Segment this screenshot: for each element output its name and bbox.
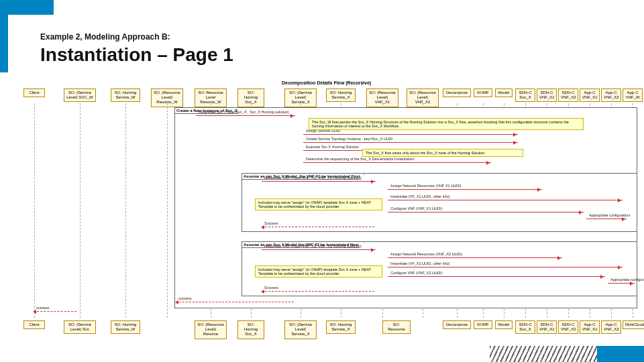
lifeline bbox=[167, 103, 168, 318]
message-label: Assign Network Resources (VNF_X2 UUID) bbox=[390, 252, 462, 256]
participant-sdnc_x1: SDN-C VNF_X1 bbox=[537, 88, 557, 102]
participant-bottom: SO: (Resource Level) Resorce bbox=[195, 320, 227, 339]
lifeline bbox=[80, 103, 80, 318]
message-arrow bbox=[388, 189, 542, 190]
message-arrow bbox=[262, 227, 374, 227]
message-arrow bbox=[262, 249, 376, 250]
participant-sdnc_x2: SDN-C VNF_X2 bbox=[558, 88, 578, 102]
message-arrow bbox=[303, 134, 518, 135]
participant-bottom: SDN-C VNF_X1 bbox=[537, 320, 557, 334]
page-title: Instantiation – Page 1 bbox=[40, 44, 233, 66]
message-arrow bbox=[262, 181, 376, 182]
slide-header: Example 2, Modeling Approach B: Instanti… bbox=[40, 32, 233, 66]
participant-bottom: App-C VNF_X2 bbox=[601, 320, 621, 334]
participant-bottom: SO: Homing Svc_X bbox=[237, 320, 264, 339]
diagram-title: Decomposition Details Flow (Recursive) bbox=[282, 80, 371, 85]
message-arrow bbox=[388, 257, 562, 258]
message-label: Instantiate (VF_X2.UUID, other info) bbox=[390, 261, 449, 265]
message-arrow bbox=[303, 142, 518, 143]
participant-bottom: MultiCloud bbox=[623, 320, 644, 329]
diagram-note: The Svc_W flow parses the Svc_X Homing S… bbox=[309, 118, 584, 130]
accent-top-bar bbox=[0, 0, 54, 15]
message-label: Assign Network Resources (VNF X1 UUID) bbox=[390, 184, 461, 188]
message-label: Instantiate (VF_X1.UUID, other info) bbox=[390, 194, 449, 198]
message-arrow bbox=[388, 212, 584, 213]
subtitle: Example 2, Modeling Approach B: bbox=[40, 32, 233, 42]
participant-so_svcw: SO: (Service Level) SVC_W bbox=[64, 88, 96, 102]
participant-bottom: SO: Resource bbox=[382, 320, 411, 334]
participant-bottom: Client bbox=[23, 320, 45, 329]
message-arrow bbox=[34, 311, 76, 312]
message-arrow bbox=[388, 200, 623, 200]
message-label: Instantiate VNF (Type=VNF_X1, VNF_X1 Hom… bbox=[264, 176, 362, 180]
message-arrow bbox=[586, 219, 627, 219]
diagram-note: Included may serve "assign" (in ONAP) te… bbox=[255, 265, 382, 278]
participant-bottom: SO: (Service Level) Svc bbox=[64, 320, 96, 334]
message-label: Examine Svc X Homing Solution bbox=[306, 145, 359, 149]
sequence-diagram: Decomposition Details Flow (Recursive) C… bbox=[20, 80, 637, 342]
participant-bottom: SDN-C VNF_X2 bbox=[558, 320, 578, 334]
message-arrow bbox=[608, 283, 635, 284]
participant-bottom: SO: Homing Service_W bbox=[111, 320, 140, 334]
participant-bottom: App-C VNF_X1 bbox=[580, 320, 600, 334]
message-label: Instantiate VNF (Type=VNF_X2, VNF_X2 Hom… bbox=[264, 244, 362, 248]
message-label: Instantiate Svc [ Type=Svc_X , Svc_X Hom… bbox=[199, 110, 289, 114]
message-label: Appropriate configuration bbox=[610, 278, 644, 282]
participant-bottom: SDN-C Svc_X bbox=[515, 320, 535, 334]
participant-appc_w: App-C VNF_W bbox=[623, 88, 643, 102]
lifeline bbox=[34, 103, 35, 318]
message-arrow bbox=[196, 115, 295, 116]
participant-model: Model bbox=[495, 88, 513, 97]
participant-so_homing_svc_x: SO: Homing Service_X bbox=[326, 88, 356, 102]
participant-sdnc_svc_x: SDN-C Svc_X bbox=[515, 88, 535, 102]
accent-side-bar bbox=[0, 15, 8, 72]
message-arrow bbox=[303, 162, 491, 163]
participant-bottom: SO: Homing Service_X bbox=[326, 320, 356, 334]
participant-appc_x1: App-C VNF_X1 bbox=[580, 88, 600, 102]
corner-decoration bbox=[490, 346, 644, 362]
participant-bottom: KOMF bbox=[474, 320, 492, 329]
participant-appc_x2: App-C VNF_X2 bbox=[601, 88, 621, 102]
participant-client: Client bbox=[23, 88, 45, 97]
message-label: Configure VNF (VNF_X2.UUID) bbox=[390, 271, 442, 275]
message-arrow bbox=[176, 302, 294, 302]
participant-decompose: Decompose bbox=[443, 88, 471, 97]
lifeline bbox=[125, 103, 126, 318]
participant-bottom: Model bbox=[495, 320, 513, 329]
message-label: Success bbox=[264, 221, 278, 225]
message-label: Determine the sequencing of the Svc_X De… bbox=[306, 157, 415, 161]
message-label: success bbox=[36, 306, 50, 310]
diagram-note: Included may serve "assign" (in ONAP) te… bbox=[255, 198, 382, 210]
diagram-note: The Svc_X flow cares only about the Svc_… bbox=[362, 149, 523, 157]
message-label: Appropriate configuration bbox=[589, 213, 630, 217]
message-label: success bbox=[178, 296, 192, 300]
message-arrow bbox=[388, 267, 623, 267]
participant-bottom: SO: (Service Level) Service_X bbox=[284, 320, 317, 339]
message-label: Configure VNF (VNF_X1.UUID) bbox=[390, 206, 442, 210]
message-arrow bbox=[262, 291, 374, 292]
message-arrow bbox=[388, 276, 605, 277]
participant-so_homing_w: SO: Homing Service_W bbox=[111, 88, 140, 102]
participant-komf: KOMF bbox=[474, 88, 492, 97]
message-label: Success bbox=[264, 286, 278, 290]
message-label: Create Service Topology Instance : key=S… bbox=[306, 137, 392, 141]
participant-bottom: Decompose bbox=[443, 320, 471, 329]
